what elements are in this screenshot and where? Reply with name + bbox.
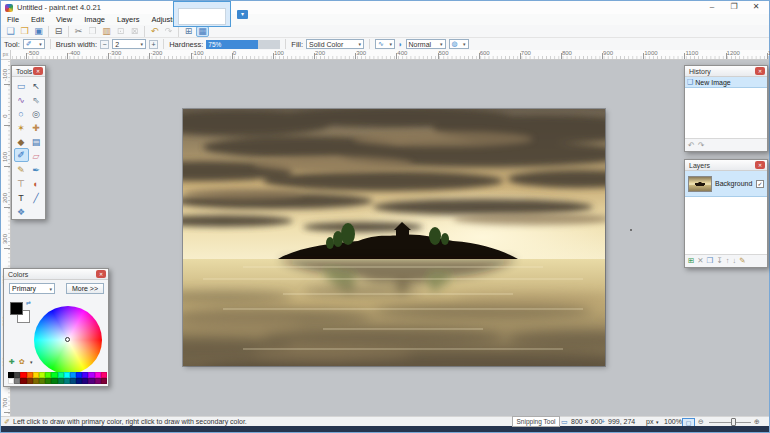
close-icon[interactable]: ✕ (33, 67, 43, 75)
swap-colors-icon[interactable]: ⇄ (26, 299, 31, 306)
antialias-icon[interactable]: ◗ (398, 40, 403, 49)
canvas[interactable] (183, 109, 605, 366)
hardness-value: 75% (208, 40, 221, 49)
tool-paint-bucket[interactable]: ◆ (14, 134, 29, 148)
rulers-button[interactable]: ▦ (196, 26, 209, 37)
maximize-button[interactable]: ❐ (723, 1, 745, 13)
brush-width-select[interactable]: 2 ▾ (112, 39, 146, 49)
menu-image[interactable]: Image (78, 14, 111, 25)
minimize-button[interactable]: – (701, 1, 723, 13)
move-layer-down-button[interactable]: ↓ (732, 255, 736, 267)
primary-color-swatch[interactable] (10, 302, 23, 315)
window-title: Untitled - paint.net 4.0.21 (17, 3, 101, 12)
history-undo-icon[interactable]: ↶ (688, 141, 695, 150)
menu-edit[interactable]: Edit (25, 14, 50, 25)
zoom-slider[interactable] (709, 422, 751, 423)
history-redo-icon[interactable]: ↷ (698, 141, 705, 150)
brush-width-decrease-button[interactable]: − (100, 40, 109, 49)
tools-grid: ▭↖∿⇖○◎✶✚◆▤✐▱✎✒⊤◐T╱❖ (12, 77, 45, 219)
palette-expand-icon[interactable]: ▾ (30, 359, 33, 365)
redo-button[interactable]: ↷ (162, 26, 175, 37)
tool-select[interactable]: ✐ ▾ (23, 39, 45, 49)
undo-button[interactable]: ↶ (148, 26, 161, 37)
image-list-button[interactable]: ▾ (237, 10, 248, 19)
selection-quality-select[interactable]: ∿ ▾ (375, 39, 395, 49)
hardness-slider[interactable]: 75% (206, 40, 280, 49)
layers-panel-titlebar[interactable]: Layers ✕ (685, 160, 767, 171)
copy-button[interactable]: ❐ (86, 26, 99, 37)
more-button[interactable]: More >> (66, 283, 104, 294)
palette-swatch[interactable] (101, 378, 107, 384)
zoom-slider-thumb[interactable] (731, 418, 736, 426)
tool-move-selected-pixels[interactable]: ↖ (29, 78, 44, 92)
close-icon[interactable]: ✕ (755, 67, 765, 75)
close-icon[interactable]: ✕ (755, 161, 765, 169)
tool-move-selection[interactable]: ⇖ (29, 92, 44, 106)
delete-layer-button[interactable]: ✕ (697, 255, 703, 267)
pixel-grid-button[interactable]: ⊞ (182, 26, 195, 37)
tool-shapes[interactable]: ❖ (14, 204, 29, 218)
color-target-select[interactable]: Primary ▾ (9, 283, 55, 294)
tools-panel-titlebar[interactable]: Tools ✕ (12, 66, 45, 77)
toolbar-separator (178, 26, 179, 37)
ruler-label: 200 (315, 50, 325, 56)
layer-visibility-checkbox[interactable]: ✓ (756, 180, 764, 188)
move-layer-up-button[interactable]: ↑ (726, 255, 730, 267)
history-panel: History ✕ ❑New Image ↶ ↷ (684, 65, 768, 152)
tool-lasso-select[interactable]: ∿ (14, 92, 29, 106)
canvas-image (183, 109, 605, 366)
tool-recolor[interactable]: ◐ (29, 176, 44, 190)
tool-clone-stamp[interactable]: ⊤ (14, 176, 29, 190)
add-color-icon[interactable]: ✚ (9, 358, 15, 366)
tool-magic-wand[interactable]: ✶ (14, 120, 29, 134)
history-panel-titlebar[interactable]: History ✕ (685, 66, 767, 77)
tool-text[interactable]: T (14, 190, 29, 204)
ruler-label: 400 (397, 50, 407, 56)
history-item[interactable]: ❑New Image (685, 77, 767, 88)
color-wheel[interactable] (34, 306, 102, 374)
sampling-select[interactable]: ◍ ▾ (449, 39, 469, 49)
close-button[interactable]: ✕ (745, 1, 767, 13)
tool-pan[interactable]: ✚ (29, 120, 44, 134)
cut-button[interactable]: ✂ (72, 26, 85, 37)
tool-gradient[interactable]: ▤ (29, 134, 44, 148)
shapes-icon: ❖ (17, 207, 25, 217)
ruler-label: 1200 (727, 50, 740, 56)
tool-color-picker[interactable]: ✒ (29, 162, 44, 176)
merge-down-button[interactable]: ↧ (716, 255, 722, 267)
duplicate-layer-button[interactable]: ❐ (707, 255, 714, 267)
menu-view[interactable]: View (50, 14, 78, 25)
tool-rectangle-select[interactable]: ▭ (14, 78, 29, 92)
tool-paintbrush[interactable]: ✐ (14, 148, 29, 162)
palette-icon[interactable]: ✿ (19, 358, 25, 366)
blend-mode-select[interactable]: Normal ▾ (406, 39, 446, 49)
save-button[interactable]: ▣ (32, 26, 45, 37)
ruler-label: 500 (439, 50, 449, 56)
crop-to-selection-button[interactable]: ⊡ (114, 26, 127, 37)
paste-button[interactable]: ▥ (100, 26, 113, 37)
layer-row-background[interactable]: Background ✓ (685, 171, 767, 197)
print-button[interactable]: ⊟ (52, 26, 65, 37)
menu-file[interactable]: File (1, 14, 25, 25)
add-layer-button[interactable]: ⊞ (688, 255, 694, 267)
tool-line-curve[interactable]: ╱ (29, 190, 44, 204)
tool-zoom[interactable]: ◎ (29, 106, 44, 120)
deselect-button[interactable]: ⊠ (128, 26, 141, 37)
tool-ellipse-select[interactable]: ○ (14, 106, 29, 120)
open-button[interactable]: ❒ (18, 26, 31, 37)
image-tab[interactable] (173, 1, 231, 27)
menu-bar: FileEditViewImageLayersAdjustmentsEffect… (1, 14, 769, 25)
fill-style-select[interactable]: Solid Color ▾ (306, 39, 364, 49)
brush-width-increase-button[interactable]: + (149, 40, 158, 49)
close-icon[interactable]: ✕ (96, 270, 106, 278)
layer-properties-button[interactable]: ✎ (739, 255, 745, 267)
new-button[interactable]: ❑ (4, 26, 17, 37)
tool-pencil[interactable]: ✎ (14, 162, 29, 176)
tool-eraser[interactable]: ▱ (29, 148, 44, 162)
menu-layers[interactable]: Layers (111, 14, 146, 25)
horizontal-ruler: -500-400-300-200-10001002003004005006007… (11, 50, 769, 60)
canvas-workspace[interactable] (11, 60, 769, 416)
clone-stamp-icon: ⊤ (17, 179, 25, 189)
status-bar: ✐ Left click to draw with primary color,… (1, 416, 769, 426)
colors-panel-titlebar[interactable]: Colors ✕ (4, 269, 108, 280)
